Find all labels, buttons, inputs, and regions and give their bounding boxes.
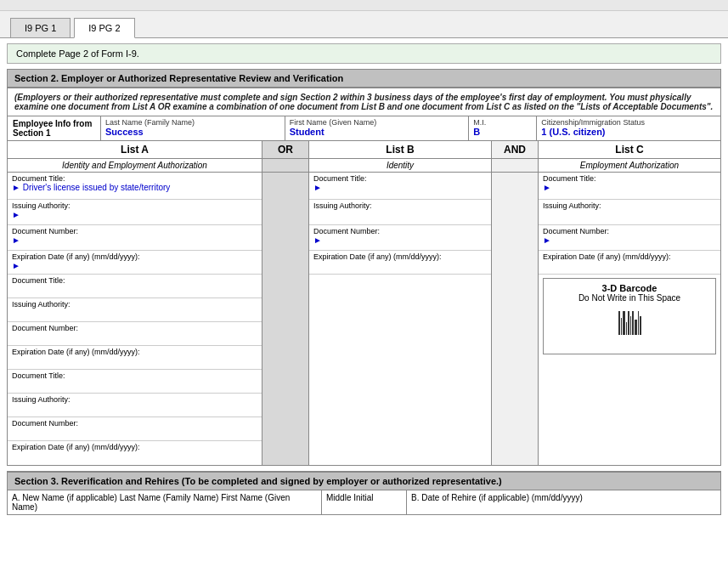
list-a-header: List A <box>8 141 262 158</box>
listb-expdate-label: Expiration Date (if any) (mm/dd/yyyy): <box>313 252 487 261</box>
lista-doc-title-2: Document Title: <box>8 275 262 298</box>
lista-doc-title-3: Document Title: <box>8 370 262 394</box>
lista-doc-title-label-3: Document Title: <box>12 371 257 380</box>
barcode-title: 3-D Barcode <box>548 283 711 293</box>
listb-issuing: Issuing Authority: <box>309 200 491 225</box>
lista-doc-title-value-1: ► Driver's license issued by state/terri… <box>12 183 257 192</box>
lista-docnum-1: Document Number: ► <box>8 225 262 251</box>
lista-docnum-3: Document Number: <box>8 417 262 441</box>
lista-expdate-3: Expiration Date (if any) (mm/dd/yyyy): <box>8 441 262 465</box>
list-b-col: Document Title: ► Issuing Authority: Doc… <box>309 173 492 465</box>
and-sub <box>492 159 539 172</box>
lista-expdate-label-3: Expiration Date (if any) (mm/dd/yyyy): <box>12 443 257 451</box>
lista-docnum-value-1: ► <box>12 235 257 245</box>
tab-i9-pg2[interactable]: I9 PG 2 <box>74 18 134 38</box>
lista-docnum-label-3: Document Number: <box>12 419 257 428</box>
page-wrapper: I9 PG 1 I9 PG 2 Complete Page 2 of Form … <box>0 0 728 578</box>
s3-new-name: A. New Name (if applicable) Last Name (F… <box>8 490 322 514</box>
and-header: AND <box>492 141 539 158</box>
s3-rehire-date: B. Date of Rehire (if applicable) (mm/dd… <box>407 490 720 514</box>
employee-info-row: Employee Info from Section 1 Last Name (… <box>8 116 720 141</box>
citizenship-cell: Citizenship/Immigration Status 1 (U.S. c… <box>537 116 720 140</box>
list-c-sub: Employment Authorization <box>539 159 720 172</box>
barcode-visual <box>548 309 711 335</box>
section2-form: Employee Info from Section 1 Last Name (… <box>7 116 721 466</box>
citizenship-value: 1 (U.S. citizen) <box>541 127 716 137</box>
tab-bar: I9 PG 1 I9 PG 2 <box>0 11 728 38</box>
listb-doc-title-label: Document Title: <box>313 174 487 183</box>
listb-docnum: Document Number: ► <box>309 225 491 251</box>
listc-issuing-label: Issuing Authority: <box>543 201 716 210</box>
lista-doc-title-1: Document Title: ► Driver's license issue… <box>8 173 262 200</box>
listb-doc-title-arrow: ► <box>313 183 487 192</box>
doc-rows-area: Document Title: ► Driver's license issue… <box>8 173 720 465</box>
listb-expdate: Expiration Date (if any) (mm/dd/yyyy): <box>309 251 491 275</box>
first-name-label: First Name (Given Name) <box>290 118 465 127</box>
section3-fields: A. New Name (if applicable) Last Name (F… <box>7 490 721 515</box>
lista-expdate-label-2: Expiration Date (if any) (mm/dd/yyyy): <box>12 348 257 356</box>
citizenship-label: Citizenship/Immigration Status <box>541 118 716 127</box>
lista-docnum-label-2: Document Number: <box>12 324 257 332</box>
listb-doc-title: Document Title: ► <box>309 173 491 200</box>
s3-middle-initial-label: Middle Initial <box>326 493 402 502</box>
lista-issuing-2: Issuing Authority: <box>8 298 262 322</box>
arrow-1: ► <box>12 183 20 192</box>
tab-i9-pg1[interactable]: I9 PG 1 <box>10 18 71 37</box>
list-b-sub: Identity <box>309 159 492 172</box>
lista-issuing-3: Issuing Authority: <box>8 394 262 417</box>
listc-docnum: Document Number: ► <box>539 225 720 251</box>
list-b-header: List B <box>309 141 492 158</box>
list-a-sub: Identity and Employment Authorization <box>8 159 262 172</box>
lista-doc-title-label-2: Document Title: <box>12 276 257 285</box>
list-a-col: Document Title: ► Driver's license issue… <box>8 173 262 465</box>
or-col <box>262 173 309 465</box>
listb-issuing-label: Issuing Authority: <box>313 201 487 210</box>
list-subheaders-row: Identity and Employment Authorization Id… <box>8 159 720 173</box>
listb-docnum-arrow: ► <box>313 235 487 245</box>
lista-issuing-1: Issuing Authority: ► <box>8 200 262 225</box>
s3-new-name-label: A. New Name (if applicable) Last Name (F… <box>12 493 317 512</box>
list-c-col: Document Title: ► Issuing Authority: Doc… <box>539 173 720 465</box>
or-sub <box>262 159 309 172</box>
listc-docnum-arrow: ► <box>543 235 716 245</box>
employee-info-fields: Last Name (Family Name) Success First Na… <box>101 116 720 140</box>
s3-rehire-date-label: B. Date of Rehire (if applicable) (mm/dd… <box>411 493 716 502</box>
listc-docnum-label: Document Number: <box>543 227 716 235</box>
first-name-value: Student <box>290 127 465 137</box>
listc-doc-title-label: Document Title: <box>543 174 716 183</box>
first-name-cell: First Name (Given Name) Student <box>285 116 470 140</box>
section2-header: Section 2. Employer or Authorized Repres… <box>7 69 721 88</box>
section2-instruction: (Employers or their authorized represent… <box>7 88 721 116</box>
lista-doc-title-label-1: Document Title: <box>12 174 257 183</box>
listc-doc-title: Document Title: ► <box>539 173 720 200</box>
lista-issuing-label-1: Issuing Authority: <box>12 201 257 210</box>
or-header: OR <box>262 141 309 158</box>
lista-issuing-value-1: ► <box>12 210 257 219</box>
top-bar <box>0 0 728 11</box>
listc-issuing: Issuing Authority: <box>539 200 720 225</box>
barcode-box: 3-D Barcode Do Not Write in This Space <box>543 278 716 354</box>
lista-docnum-label-1: Document Number: <box>12 227 257 235</box>
lista-expdate-2: Expiration Date (if any) (mm/dd/yyyy): <box>8 346 262 370</box>
list-c-header: List C <box>539 141 720 158</box>
mi-value: B <box>473 127 532 137</box>
s3-middle-initial: Middle Initial <box>322 490 407 514</box>
last-name-cell: Last Name (Family Name) Success <box>101 116 285 140</box>
list-headers-row: List A OR List B AND List C <box>8 141 720 159</box>
lista-expdate-label-1: Expiration Date (if any) (mm/dd/yyyy): <box>12 252 257 261</box>
listc-doc-title-arrow: ► <box>543 183 716 192</box>
lista-expdate-value-1: ► <box>12 261 257 270</box>
barcode-subtitle: Do Not Write in This Space <box>548 293 711 303</box>
lista-expdate-1: Expiration Date (if any) (mm/dd/yyyy): ► <box>8 251 262 275</box>
listc-expdate: Expiration Date (if any) (mm/dd/yyyy): <box>539 251 720 275</box>
employee-info-label: Employee Info from Section 1 <box>8 116 101 140</box>
section3-header: Section 3. Reverification and Rehires (T… <box>7 471 721 490</box>
listb-docnum-label: Document Number: <box>313 227 487 235</box>
lista-issuing-label-2: Issuing Authority: <box>12 300 257 309</box>
lista-docnum-2: Document Number: <box>8 322 262 346</box>
lista-issuing-label-3: Issuing Authority: <box>12 395 257 404</box>
listc-expdate-label: Expiration Date (if any) (mm/dd/yyyy): <box>543 252 716 261</box>
mi-cell: M.I. B <box>469 116 537 140</box>
notice-bar: Complete Page 2 of Form I-9. <box>7 43 721 64</box>
mi-label: M.I. <box>473 118 532 127</box>
